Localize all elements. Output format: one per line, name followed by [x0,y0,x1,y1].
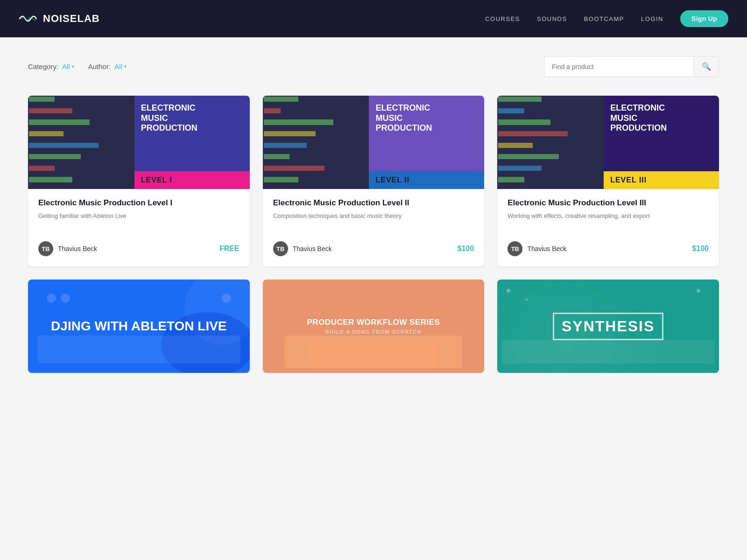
card-body-emp1: Electronic Music Production Level I Gett… [28,189,250,266]
card-image-pw1: PRODUCER WORKFLOW SERIES BUILD A SONG FR… [263,280,485,373]
emp2-level: LEVEL II [375,176,409,184]
pw-thumb: PRODUCER WORKFLOW SERIES BUILD A SONG FR… [263,280,485,373]
card-footer-emp2: TB Thavius Beck $100 [273,241,474,256]
daw-screenshot-2 [263,96,369,189]
card-author-emp3: TB Thavius Beck [507,241,566,256]
card-image-emp2: ELECTRONICMUSICPRODUCTION LEVEL II [263,96,485,189]
signup-button[interactable]: Sign Up [680,10,728,27]
author-chevron-icon: ▾ [124,64,127,69]
card-price-emp2: $100 [458,245,474,253]
filters-bar: Category: All ▾ Author: All ▾ 🔍 [28,56,719,77]
card-footer-emp3: TB Thavius Beck $100 [507,241,709,256]
card-image-syn1: SYNTHESIS [497,280,719,373]
card-price-emp3: $100 [692,245,709,253]
search-icon: 🔍 [702,63,711,70]
emp2-title: ELECTRONICMUSICPRODUCTION [375,103,478,133]
nav-bootcamp[interactable]: BOOTCAMP [584,15,624,22]
product-card-pw1[interactable]: PRODUCER WORKFLOW SERIES BUILD A SONG FR… [263,280,485,373]
syn-title: SYNTHESIS [553,313,663,340]
card-image-emp3: ELECTRONICMUSICPRODUCTION LEVEL III [497,96,719,189]
card-title-emp2: Electronic Music Production Level II [273,198,474,208]
card-body-emp2: Electronic Music Production Level II Com… [263,189,485,266]
author-name-emp1: Thavius Beck [58,245,97,252]
product-grid: ELECTRONICMUSICPRODUCTION LEVEL I Electr… [28,96,719,373]
product-card-emp2[interactable]: ELECTRONICMUSICPRODUCTION LEVEL II Elect… [263,96,485,266]
product-card-emp1[interactable]: ELECTRONICMUSICPRODUCTION LEVEL I Electr… [28,96,250,266]
product-card-emp3[interactable]: ELECTRONICMUSICPRODUCTION LEVEL III Elec… [497,96,719,266]
avatar-initials-3: TB [511,245,519,252]
pw-subtitle: BUILD A SONG FROM SCRATCH [325,329,421,335]
card-title-emp3: Electronic Music Production Level III [507,198,709,208]
card-price-emp1: FREE [219,245,240,253]
product-card-syn1[interactable]: SYNTHESIS [497,280,719,373]
dj-title: DJing with Ableton Live [38,308,240,345]
card-image-emp1: ELECTRONICMUSICPRODUCTION LEVEL I [28,96,250,189]
emp1-title: ELECTRONICMUSICPRODUCTION [141,103,243,133]
card-desc-emp1: Getting familiar with Ableton Live [38,211,240,230]
emp2-level-bar: LEVEL II [369,171,484,189]
daw-screenshot-1 [28,96,134,189]
search-input[interactable] [544,57,694,76]
search-box: 🔍 [544,56,719,77]
emp1-level-bar: LEVEL I [134,171,250,189]
pw-title: PRODUCER WORKFLOW SERIES [307,318,440,327]
emp3-level-bar: LEVEL III [604,171,719,189]
navbar: NOISELAB COURSES SOUNDS BOOTCAMP LOGIN S… [0,0,747,37]
author-avatar-emp1: TB [38,241,53,256]
main-content: Category: All ▾ Author: All ▾ 🔍 [0,37,747,392]
nav-sounds[interactable]: SOUNDS [537,15,567,22]
logo[interactable]: NOISELAB [19,12,100,25]
logo-icon [19,12,39,25]
card-footer-emp1: TB Thavius Beck FREE [38,241,240,256]
search-button[interactable]: 🔍 [694,56,719,77]
card-desc-emp2: Composition techniques and basic music t… [273,211,474,230]
author-value: All [114,63,122,70]
emp1-text-block: ELECTRONICMUSICPRODUCTION LEVEL I [134,96,250,189]
filter-left: Category: All ▾ Author: All ▾ [28,63,127,70]
logo-text: NOISELAB [43,13,100,25]
author-label: Author: [88,63,111,70]
daw-screenshot-3 [497,96,604,189]
author-filter: Author: All ▾ [88,63,127,70]
avatar-initials-2: TB [276,245,284,252]
emp1-level: LEVEL I [141,176,172,184]
emp3-title: ELECTRONICMUSICPRODUCTION [610,103,712,133]
card-title-emp1: Electronic Music Production Level I [38,198,240,208]
product-card-dj1[interactable]: DJing with Ableton Live [28,280,250,373]
avatar-initials: TB [42,245,49,252]
syn-thumb: SYNTHESIS [497,280,719,373]
author-avatar-emp2: TB [273,241,288,256]
card-image-dj1: DJing with Ableton Live [28,280,250,373]
emp3-level: LEVEL III [610,176,647,184]
card-author-emp2: TB Thavius Beck [273,241,332,256]
author-name-emp2: Thavius Beck [293,245,332,252]
author-name-emp3: Thavius Beck [527,245,566,252]
category-value: All [62,63,70,70]
category-filter: Category: All ▾ [28,63,74,70]
card-body-emp3: Electronic Music Production Level III Wo… [497,189,719,266]
nav-links: COURSES SOUNDS BOOTCAMP LOGIN Sign Up [485,10,728,27]
category-chevron-icon: ▾ [72,64,74,69]
dj-thumb: DJing with Ableton Live [28,280,250,373]
card-desc-emp3: Working with effects, creative resamplin… [507,211,709,230]
emp3-text-block: ELECTRONICMUSICPRODUCTION LEVEL III [604,96,719,189]
author-dropdown[interactable]: All ▾ [114,63,127,70]
category-dropdown[interactable]: All ▾ [62,63,74,70]
card-author-emp1: TB Thavius Beck [38,241,97,256]
nav-login[interactable]: LOGIN [641,15,663,22]
category-label: Category: [28,63,58,70]
author-avatar-emp3: TB [507,241,522,256]
nav-courses[interactable]: COURSES [485,15,520,22]
emp2-text-block: ELECTRONICMUSICPRODUCTION LEVEL II [369,96,484,189]
